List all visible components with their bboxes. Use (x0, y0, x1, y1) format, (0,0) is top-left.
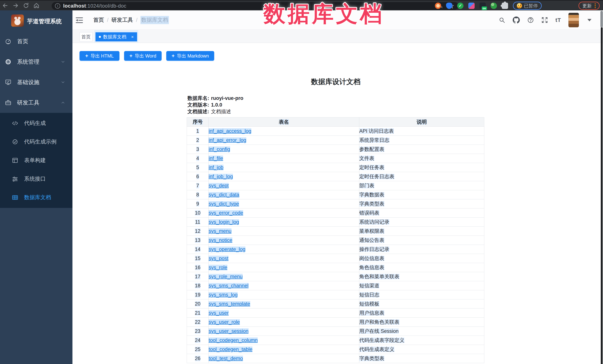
table-link[interactable]: sys_role (209, 265, 227, 270)
close-icon[interactable]: × (131, 35, 134, 39)
extensions-puzzle-icon[interactable] (502, 3, 508, 9)
tab-db-doc[interactable]: 数据库文档 × (95, 32, 137, 41)
github-icon[interactable] (513, 17, 520, 23)
forward-icon[interactable] (11, 1, 21, 10)
table-link[interactable]: inf_api_access_log (209, 128, 251, 134)
info-icon[interactable]: i (55, 3, 60, 9)
logo-row[interactable]: 芋道管理系统 (0, 11, 72, 32)
sidebar-item-infra[interactable]: 基础设施 (0, 72, 72, 92)
col-header-name: 表名 (209, 118, 359, 127)
table-icon (12, 194, 18, 201)
toolbox-icon (5, 99, 12, 106)
table-link[interactable]: sys_sms_channel (209, 283, 249, 288)
plus-icon: + (85, 53, 88, 58)
table-link[interactable]: sys_user_role (209, 319, 240, 325)
update-button[interactable]: 更新 (579, 2, 600, 10)
table-row: 9 sys_dict_type 字典类型表 (187, 199, 484, 209)
table-link[interactable]: sys_sms_template (209, 301, 250, 307)
sidebar-item-system[interactable]: 系统管理 (0, 52, 72, 72)
chevron-down-icon[interactable] (587, 19, 591, 21)
home-icon[interactable] (31, 1, 42, 10)
extension-icon-on[interactable]: on (479, 3, 486, 9)
extension-icon-drop[interactable] (446, 3, 452, 9)
devtools-submenu: 代码生成 代码生成示例 表单构建 系统接口 数据库文档 (0, 113, 72, 208)
breadcrumb-home[interactable]: 首页 (93, 16, 104, 24)
font-size-icon[interactable]: tT (556, 17, 561, 23)
table-link[interactable]: inf_api_error_log (209, 137, 246, 143)
table-row: 23 sys_user_session 用户在线 Session (187, 327, 484, 336)
extension-icon-check[interactable]: ✓ (457, 3, 464, 9)
address-bar[interactable]: i localhost:1024/tool/db-doc (52, 2, 458, 10)
table-link[interactable]: inf_config (209, 146, 230, 152)
table-row: 11 sys_login_log 系统访问记录 (187, 218, 484, 227)
table-link[interactable]: sys_dict_type (209, 201, 239, 207)
extension-icon-duo[interactable] (468, 3, 475, 9)
table-link[interactable]: tool_codegen_column (209, 337, 258, 343)
breadcrumb-devtools[interactable]: 研发工具 (111, 16, 133, 24)
table-link[interactable]: sys_role_menu (209, 274, 243, 279)
export-markdown-button[interactable]: + 导出 Markdown (166, 51, 214, 61)
sidebar-item-home[interactable]: 首页 (0, 31, 72, 52)
scrollbar[interactable] (600, 11, 603, 364)
avatar[interactable] (568, 13, 579, 27)
tables-overview: 序号 表名 说明 1 inf_api_access_log API 访问日志表 (187, 117, 484, 363)
main-area: 首页 / 研发工具 / 数据库文档 tT 首页 数据库文档 × (72, 11, 603, 364)
document-meta: 数据库名:ruoyi-vue-pro 文档版本:1.0.0 文档描述:文档描述 (187, 95, 243, 115)
sidebar-item-api[interactable]: 系统接口 (0, 170, 72, 188)
table-link[interactable]: sys_user_session (209, 328, 249, 334)
table-link[interactable]: inf_file (209, 155, 223, 161)
table-link[interactable]: tool_test_demo (209, 356, 243, 361)
table-row: 25 tool_codegen_table 代码生成表定义 (187, 345, 484, 354)
table-link[interactable]: sys_sms_log (209, 292, 238, 298)
table-row: 15 sys_post 岗位信息表 (187, 254, 484, 263)
table-link[interactable]: sys_dict_data (209, 192, 239, 198)
table-link[interactable]: sys_menu (209, 228, 232, 234)
table-link[interactable]: sys_post (209, 256, 229, 261)
table-row: 18 sys_sms_channel 短信渠道 (187, 281, 484, 290)
table-link[interactable]: sys_operate_log (209, 246, 245, 252)
table-link[interactable]: sys_dept (209, 183, 229, 188)
search-icon[interactable] (499, 17, 505, 23)
table-link[interactable]: tool_codegen_table (209, 347, 253, 352)
sidebar-item-db-doc[interactable]: 数据库文档 (0, 188, 72, 207)
sidebar-item-codegen-demo[interactable]: 代码生成示例 (0, 132, 72, 151)
paused-badge[interactable]: 已暂停 (513, 2, 542, 10)
scrollbar-thumb[interactable] (600, 11, 603, 27)
chevron-down-icon (60, 59, 65, 64)
back-icon[interactable] (0, 1, 11, 10)
form-icon (12, 157, 18, 164)
sidebar-item-devtools[interactable]: 研发工具 (0, 92, 72, 113)
meta-doc-version: 文档版本:1.0.0 (187, 101, 243, 108)
export-html-button[interactable]: + 导出 HTML (80, 51, 119, 61)
sidebar-item-form-builder[interactable]: 表单构建 (0, 151, 72, 170)
reload-icon[interactable] (21, 1, 31, 10)
logo-title: 芋道管理系统 (27, 17, 62, 25)
export-toolbar: + 导出 HTML + 导出 Word + 导出 Markdown (80, 51, 214, 61)
table-row: 4 inf_file 文件表 (187, 154, 484, 163)
table-row: 14 sys_operate_log 操作日志记录 (187, 245, 484, 254)
fullscreen-icon[interactable] (541, 17, 548, 23)
col-header-desc: 说明 (359, 118, 484, 127)
extension-icon-leaf[interactable] (491, 3, 497, 9)
chevron-down-icon (60, 80, 65, 85)
browser-menu-icon[interactable] (595, 3, 596, 8)
table-link[interactable]: inf_job (209, 165, 223, 170)
table-link[interactable]: sys_user (209, 310, 229, 316)
table-row: 19 sys_sms_log 短信日志 (187, 290, 484, 299)
table-link[interactable]: sys_login_log (209, 219, 239, 225)
table-link[interactable]: sys_notice (209, 237, 232, 243)
table-row: 20 sys_sms_template 短信模板 (187, 299, 484, 309)
sidebar-collapse-icon[interactable] (76, 17, 83, 23)
extension-icon-orange[interactable] (435, 3, 441, 9)
navbar-actions: tT (499, 11, 591, 30)
table-row: 12 sys_menu 菜单权限表 (187, 227, 484, 236)
sidebar-item-codegen[interactable]: 代码生成 (0, 114, 72, 132)
table-link[interactable]: inf_job_log (209, 174, 233, 179)
breadcrumb: 首页 / 研发工具 / 数据库文档 (93, 11, 169, 30)
tab-home[interactable]: 首页 (80, 32, 93, 41)
url-text[interactable]: localhost:1024/tool/db-doc (63, 3, 126, 9)
help-icon[interactable] (527, 17, 534, 23)
table-row: 3 inf_config 参数配置表 (187, 145, 484, 154)
export-word-button[interactable]: + 导出 Word (124, 51, 162, 61)
table-link[interactable]: sys_error_code (209, 210, 243, 216)
